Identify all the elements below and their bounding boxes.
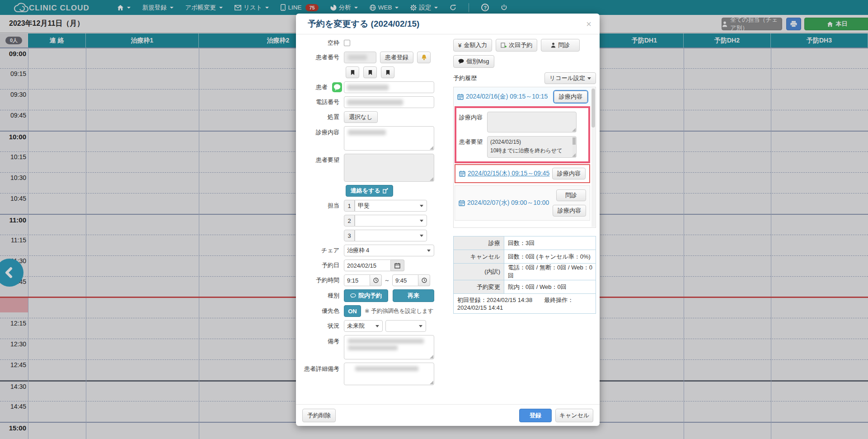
chevron-down-icon [420, 235, 423, 237]
chevron-down-icon [587, 77, 591, 80]
visit-stats-table: 診療 回数：3回 キャンセル 回数：0回 (キャンセル率：0%) (内訳) 電話… [453, 236, 596, 314]
care-detail-button[interactable]: 診療内容 [552, 168, 586, 179]
resize-grip[interactable] [430, 146, 433, 150]
table-row: 初回登録：2024/02/15 14:38 最終操作：2024/02/15 14… [454, 294, 596, 314]
staff2-select[interactable] [355, 215, 427, 227]
individual-message-button[interactable]: 個別Msg [453, 55, 494, 68]
modal-header: 予約を変更する (2024/02/15) × [296, 14, 600, 34]
time-to-clock-button[interactable] [418, 274, 430, 286]
person-icon [551, 42, 556, 48]
patient-request-label: 患者要望 [300, 154, 344, 164]
contact-button[interactable]: 連絡をする [346, 185, 393, 197]
time-to-input[interactable]: 9:45 [392, 274, 418, 286]
external-link-icon [383, 188, 388, 194]
calendar-picker-button[interactable] [391, 260, 404, 271]
reservation-form: 空枠 患者番号 患者登録 患者 [300, 39, 451, 404]
message-bubble-icon [458, 59, 464, 64]
patient-request-textarea [344, 154, 434, 182]
history-title: 予約履歴 [453, 74, 477, 82]
staff1-select[interactable]: 甲斐 [355, 200, 427, 212]
resize-grip [572, 128, 576, 132]
patient-detail-memo-label: 患者詳細備考 [300, 363, 344, 373]
amount-input-button[interactable]: ¥ 金額入力 [453, 39, 492, 52]
bookmark-button-1[interactable] [346, 66, 359, 78]
history-entry-link[interactable]: 2024/02/16(金) 09:15～10:15 [457, 93, 548, 101]
phone-input[interactable] [344, 96, 434, 108]
detail-care-textarea [487, 112, 577, 132]
clock-icon [373, 278, 379, 283]
priority-color-toggle[interactable]: ON [344, 305, 361, 317]
modal-title: 予約を変更する (2024/02/15) [308, 18, 419, 30]
patient-register-button[interactable]: 患者登録 [380, 52, 413, 63]
care-detail-button[interactable]: 診療内容 [553, 205, 586, 217]
reservation-side-panel: ¥ 金額入力 次回予約 問診 個別Msg 予約履歴 [453, 39, 596, 404]
treatment-none-button[interactable]: 選択なし [344, 111, 378, 123]
revisit-button[interactable]: 再来 [393, 289, 434, 302]
resize-grip[interactable] [572, 153, 576, 157]
history-panel: 2024/02/16(金) 09:15～10:15 診療内容 診療内容 患者要望 [453, 87, 596, 228]
recall-settings-button[interactable]: リコール設定 [544, 72, 596, 84]
time-from-input[interactable]: 9:15 [344, 274, 370, 286]
detail-care-label: 診療内容 [459, 112, 487, 132]
bell-button[interactable] [417, 52, 431, 63]
empty-frame-checkbox[interactable] [344, 40, 350, 46]
patient-label: 患者 [300, 83, 332, 91]
reservation-time-label: 予約時間 [300, 276, 344, 284]
chevron-down-icon [427, 250, 431, 252]
resize-grip[interactable] [430, 381, 433, 384]
care-detail-label: 診療内容 [300, 126, 344, 137]
history-detail-highlight: 診療内容 患者要望 (2024/02/15) 10時までに治療を終わらせて [455, 106, 590, 163]
detail-request-textarea[interactable]: (2024/02/15) 10時までに治療を終わらせて [487, 136, 577, 158]
empty-frame-label: 空枠 [300, 39, 344, 47]
submit-button[interactable]: 登録 [519, 409, 552, 422]
history-entry: 2024/02/16(金) 09:15～10:15 診療内容 [454, 87, 591, 106]
calendar-icon [459, 200, 465, 206]
status-sub-select[interactable] [385, 320, 426, 332]
resize-grip[interactable] [430, 355, 433, 359]
bookmark-icon [368, 70, 373, 76]
reservation-date-input[interactable]: 2024/02/15 [344, 260, 391, 271]
priority-color-label: 優先色 [300, 307, 344, 315]
bookmark-button-3[interactable] [381, 66, 394, 78]
scrollbar-thumb[interactable] [591, 89, 595, 127]
time-range-tilde: ～ [384, 276, 390, 284]
calendar-icon [394, 263, 400, 269]
care-detail-button[interactable]: 診療内容 [554, 91, 587, 103]
bookmark-button-2[interactable] [363, 66, 377, 78]
bell-icon [421, 54, 427, 61]
chevron-down-icon [375, 325, 379, 327]
history-entry-current: 2024/02/15(木) 09:15～09:45 診療内容 [455, 164, 590, 183]
modal-footer: 予約削除 登録 キャンセル [296, 404, 600, 426]
resize-grip [430, 177, 433, 181]
in-clinic-reservation-button[interactable]: 院内予約 [344, 289, 388, 302]
staff3-number: 3 [344, 230, 355, 241]
patient-name-input[interactable] [344, 81, 434, 93]
bookmark-icon [350, 70, 355, 76]
clock-icon [422, 278, 427, 283]
memo-textarea[interactable] [344, 335, 434, 359]
bookmark-icon [385, 70, 390, 76]
staff1-number: 1 [344, 200, 355, 212]
staff-label: 担当 [300, 202, 344, 210]
chevron-down-icon [420, 220, 423, 222]
chevron-down-icon [420, 205, 423, 207]
patient-detail-memo-textarea[interactable] [344, 363, 434, 385]
interview-button[interactable]: 問診 [541, 39, 580, 52]
status-select[interactable]: 未来院 [344, 320, 383, 332]
stats-footer: 初回登録：2024/02/15 14:38 最終操作：2024/02/15 14… [454, 294, 596, 314]
scrollbar[interactable] [591, 88, 595, 227]
close-icon[interactable]: × [586, 19, 591, 28]
chair-select[interactable]: 治療枠４ [344, 245, 434, 256]
history-entry-link[interactable]: 2024/02/15(木) 09:15～09:45 [459, 170, 549, 178]
calendar-icon [457, 94, 464, 100]
care-detail-textarea[interactable] [344, 126, 434, 151]
staff3-select[interactable] [355, 230, 427, 241]
delete-reservation-button[interactable]: 予約削除 [302, 409, 336, 422]
patient-no-input[interactable] [344, 52, 376, 63]
cancel-button[interactable]: キャンセル [555, 409, 593, 422]
interview-button[interactable]: 問診 [556, 189, 586, 201]
next-reservation-button[interactable]: 次回予約 [496, 39, 537, 52]
speech-bubble-icon [350, 293, 356, 298]
time-from-clock-button[interactable] [370, 274, 382, 286]
history-entry-link[interactable]: 2024/02/07(水) 09:00～10:00 [459, 199, 549, 207]
